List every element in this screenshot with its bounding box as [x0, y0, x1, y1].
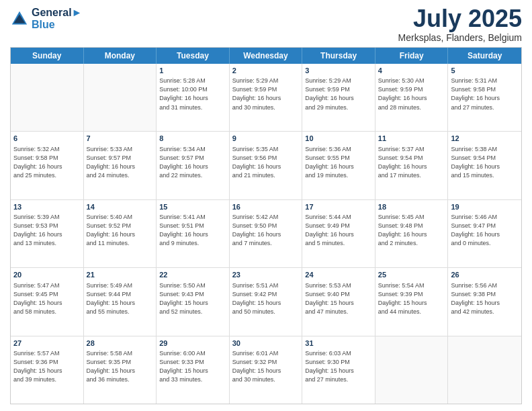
day-number: 3 [305, 66, 372, 76]
header-wednesday: Wednesday [230, 48, 303, 64]
cal-cell-0-0 [11, 64, 84, 131]
day-number: 24 [305, 270, 372, 280]
cal-cell-3-1: 21Sunrise: 5:49 AMSunset: 9:44 PMDayligh… [84, 268, 157, 335]
day-number: 1 [159, 66, 226, 76]
day-number: 20 [13, 270, 81, 280]
day-number: 23 [232, 270, 300, 280]
cal-cell-4-6 [448, 336, 521, 404]
cell-info: Sunrise: 5:29 AMSunset: 9:59 PMDaylight:… [232, 77, 300, 111]
day-number: 12 [451, 134, 519, 144]
cell-info: Sunrise: 6:01 AMSunset: 9:32 PMDaylight:… [232, 349, 300, 384]
cell-info: Sunrise: 5:35 AMSunset: 9:56 PMDaylight:… [232, 145, 300, 180]
cal-cell-3-6: 26Sunrise: 5:56 AMSunset: 9:38 PMDayligh… [448, 268, 521, 335]
cal-row-0: 1Sunrise: 5:28 AMSunset: 10:00 PMDayligh… [11, 64, 521, 131]
cal-cell-0-5: 4Sunrise: 5:30 AMSunset: 9:59 PMDaylight… [375, 64, 449, 131]
cell-info: Sunrise: 5:57 AMSunset: 9:36 PMDaylight:… [13, 349, 81, 384]
cal-cell-0-2: 1Sunrise: 5:28 AMSunset: 10:00 PMDayligh… [157, 64, 230, 131]
day-number: 28 [87, 338, 154, 349]
cal-cell-4-5 [375, 336, 449, 404]
cell-info: Sunrise: 5:45 AMSunset: 9:48 PMDaylight:… [378, 213, 445, 248]
cell-info: Sunrise: 5:30 AMSunset: 9:59 PMDaylight:… [378, 77, 445, 111]
cell-info: Sunrise: 5:38 AMSunset: 9:54 PMDaylight:… [451, 145, 519, 180]
cal-row-1: 6Sunrise: 5:32 AMSunset: 9:58 PMDaylight… [11, 131, 521, 199]
logo-icon [10, 9, 29, 28]
cal-cell-4-0: 27Sunrise: 5:57 AMSunset: 9:36 PMDayligh… [11, 336, 84, 404]
cal-cell-4-3: 30Sunrise: 6:01 AMSunset: 9:32 PMDayligh… [230, 336, 303, 404]
cal-cell-3-4: 24Sunrise: 5:53 AMSunset: 9:40 PMDayligh… [302, 268, 375, 335]
cell-info: Sunrise: 5:58 AMSunset: 9:35 PMDaylight:… [87, 349, 154, 384]
day-number: 31 [305, 338, 372, 349]
cal-cell-2-6: 19Sunrise: 5:46 AMSunset: 9:47 PMDayligh… [448, 200, 521, 267]
day-number: 14 [87, 202, 154, 212]
day-number: 7 [87, 134, 154, 144]
cal-cell-2-4: 17Sunrise: 5:44 AMSunset: 9:49 PMDayligh… [302, 200, 375, 267]
day-number: 6 [13, 134, 81, 144]
cal-cell-1-3: 9Sunrise: 5:35 AMSunset: 9:56 PMDaylight… [230, 132, 303, 199]
cell-info: Sunrise: 5:28 AMSunset: 10:00 PMDaylight… [159, 77, 226, 111]
cal-cell-1-2: 8Sunrise: 5:34 AMSunset: 9:57 PMDaylight… [157, 132, 230, 199]
cell-info: Sunrise: 5:31 AMSunset: 9:58 PMDaylight:… [451, 77, 519, 111]
day-number: 16 [232, 202, 300, 212]
cal-cell-2-5: 18Sunrise: 5:45 AMSunset: 9:48 PMDayligh… [375, 200, 449, 267]
day-number: 18 [378, 202, 445, 212]
day-number: 8 [159, 134, 226, 144]
cell-info: Sunrise: 5:37 AMSunset: 9:54 PMDaylight:… [378, 145, 445, 180]
cal-row-2: 13Sunrise: 5:39 AMSunset: 9:53 PMDayligh… [11, 199, 521, 267]
cell-info: Sunrise: 5:49 AMSunset: 9:44 PMDaylight:… [87, 281, 154, 316]
cell-info: Sunrise: 5:32 AMSunset: 9:58 PMDaylight:… [13, 145, 81, 180]
cell-info: Sunrise: 5:56 AMSunset: 9:38 PMDaylight:… [451, 281, 519, 316]
cell-info: Sunrise: 5:41 AMSunset: 9:51 PMDaylight:… [159, 213, 226, 248]
cell-info: Sunrise: 5:39 AMSunset: 9:53 PMDaylight:… [13, 213, 81, 248]
cell-info: Sunrise: 5:54 AMSunset: 9:39 PMDaylight:… [378, 281, 445, 316]
cell-info: Sunrise: 5:34 AMSunset: 9:57 PMDaylight:… [159, 145, 226, 180]
cal-cell-1-5: 11Sunrise: 5:37 AMSunset: 9:54 PMDayligh… [375, 132, 449, 199]
day-number: 30 [232, 338, 300, 349]
cell-info: Sunrise: 5:33 AMSunset: 9:57 PMDaylight:… [87, 145, 154, 180]
cal-row-3: 20Sunrise: 5:47 AMSunset: 9:45 PMDayligh… [11, 267, 521, 335]
day-number: 2 [232, 66, 300, 76]
cal-cell-1-1: 7Sunrise: 5:33 AMSunset: 9:57 PMDaylight… [84, 132, 157, 199]
day-number: 25 [378, 270, 445, 280]
header-monday: Monday [84, 48, 157, 64]
cal-cell-4-4: 31Sunrise: 6:03 AMSunset: 9:30 PMDayligh… [302, 336, 375, 404]
day-number: 21 [87, 270, 154, 280]
day-number: 17 [305, 202, 372, 212]
page: General► Blue July 2025 Merksplas, Fland… [0, 0, 532, 411]
day-number: 13 [13, 202, 81, 212]
cell-info: Sunrise: 5:44 AMSunset: 9:49 PMDaylight:… [305, 213, 372, 248]
cal-cell-0-4: 3Sunrise: 5:29 AMSunset: 9:59 PMDaylight… [302, 64, 375, 131]
header-sunday: Sunday [11, 48, 84, 64]
day-number: 15 [159, 202, 226, 212]
cell-info: Sunrise: 5:51 AMSunset: 9:42 PMDaylight:… [232, 281, 300, 316]
header-saturday: Saturday [448, 48, 521, 64]
day-number: 27 [13, 338, 81, 349]
day-number: 11 [378, 134, 445, 144]
cell-info: Sunrise: 6:00 AMSunset: 9:33 PMDaylight:… [159, 349, 226, 384]
calendar: Sunday Monday Tuesday Wednesday Thursday… [10, 47, 522, 404]
cal-cell-3-2: 22Sunrise: 5:50 AMSunset: 9:43 PMDayligh… [157, 268, 230, 335]
cell-info: Sunrise: 5:47 AMSunset: 9:45 PMDaylight:… [13, 281, 81, 316]
cal-cell-2-3: 16Sunrise: 5:42 AMSunset: 9:50 PMDayligh… [230, 200, 303, 267]
day-number: 10 [305, 134, 372, 144]
cal-cell-3-3: 23Sunrise: 5:51 AMSunset: 9:42 PMDayligh… [230, 268, 303, 335]
cell-info: Sunrise: 5:42 AMSunset: 9:50 PMDaylight:… [232, 213, 300, 248]
calendar-header: Sunday Monday Tuesday Wednesday Thursday… [11, 48, 521, 64]
logo-blue-text: Blue [32, 19, 82, 31]
cal-cell-2-1: 14Sunrise: 5:40 AMSunset: 9:52 PMDayligh… [84, 200, 157, 267]
header-thursday: Thursday [302, 48, 375, 64]
logo: General► Blue [10, 7, 82, 30]
cell-info: Sunrise: 5:46 AMSunset: 9:47 PMDaylight:… [451, 213, 519, 248]
day-number: 19 [451, 202, 519, 212]
location: Merksplas, Flanders, Belgium [398, 32, 522, 43]
cell-info: Sunrise: 5:50 AMSunset: 9:43 PMDaylight:… [159, 281, 226, 316]
day-number: 26 [451, 270, 519, 280]
title-section: July 2025 Merksplas, Flanders, Belgium [398, 7, 522, 43]
header-friday: Friday [375, 48, 449, 64]
day-number: 29 [159, 338, 226, 349]
cell-info: Sunrise: 5:40 AMSunset: 9:52 PMDaylight:… [87, 213, 154, 248]
month-title: July 2025 [398, 7, 522, 31]
logo-text: General► Blue [32, 7, 82, 30]
calendar-body: 1Sunrise: 5:28 AMSunset: 10:00 PMDayligh… [11, 64, 521, 404]
cell-info: Sunrise: 5:36 AMSunset: 9:55 PMDaylight:… [305, 145, 372, 180]
cal-cell-1-6: 12Sunrise: 5:38 AMSunset: 9:54 PMDayligh… [448, 132, 521, 199]
